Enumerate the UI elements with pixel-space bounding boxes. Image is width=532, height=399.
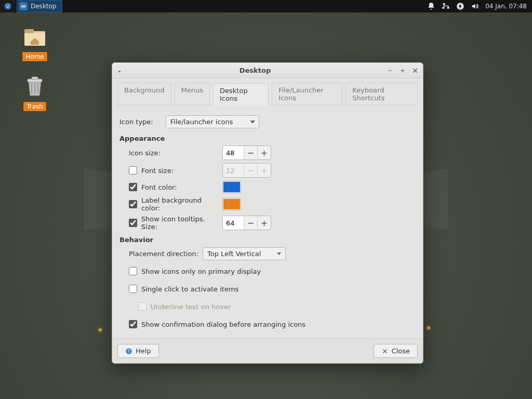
svg-rect-6 [443,7,445,8]
underline-checkbox [138,302,147,311]
dialog-footer: ? Help Close [112,338,423,363]
font-color-checkbox[interactable] [129,183,137,191]
tab-background[interactable]: Background [117,83,171,105]
trash-icon [22,74,47,99]
volume-icon[interactable] [471,2,479,10]
font-size-input [223,164,244,177]
tooltips-label: Show icon tooltips. Size: [141,215,222,231]
help-icon: ? [125,348,132,355]
power-icon[interactable] [456,2,464,10]
desktop-window-icon [19,2,28,10]
svg-text:?: ? [128,348,130,353]
taskbar-item-desktop[interactable]: Desktop [17,0,62,12]
placement-label: Placement direction: [129,250,198,258]
label-bg-label: Label background color: [141,196,222,212]
tab-menus[interactable]: Menus [175,83,210,105]
single-click-label: Single click to activate items [141,285,238,293]
tooltip-size-decrement[interactable]: − [244,216,257,230]
tabs: Background Menus Desktop Icons File/Laun… [112,78,423,105]
placement-select[interactable]: Top Left Vertical [203,247,286,260]
font-color-checkbox-row[interactable]: Font color: [129,183,222,191]
icon-type-select[interactable]: File/launcher icons [166,115,259,128]
label-bg-button[interactable] [222,198,241,210]
font-color-swatch [223,182,240,192]
primary-display-label: Show icons only on primary display [141,268,261,275]
wallpaper-dot [99,328,102,331]
behavior-heading: Behavior [119,236,416,244]
font-size-checkbox[interactable] [129,166,137,175]
confirm-arrange-label: Show confirmation dialog before arrangin… [141,321,305,328]
desktop-icon-trash[interactable]: Trash [17,74,53,111]
applications-menu-button[interactable] [0,0,16,12]
label-bg-checkbox[interactable] [129,200,137,208]
top-panel: Desktop 04 Jan, 07:48 [0,0,532,12]
tooltips-checkbox-row[interactable]: Show icon tooltips. Size: [129,215,222,231]
confirm-arrange-row[interactable]: Show confirmation dialog before arrangin… [129,316,416,332]
help-button[interactable]: ? Help [117,344,159,358]
close-button-label: Close [392,347,410,355]
icon-size-increment[interactable]: + [257,146,271,159]
svg-point-2 [8,5,9,6]
help-button-label: Help [136,347,151,355]
tab-content: Icon type: File/launcher icons Appearanc… [112,105,423,338]
font-size-label: Font size: [141,167,174,175]
svg-rect-7 [447,7,449,8]
close-window-button[interactable]: ✕ [411,67,419,74]
tooltip-size-increment[interactable]: + [257,216,271,230]
desktop-icon-label: Trash [23,102,46,111]
tab-keyboard-shortcuts[interactable]: Keyboard Shortcuts [345,83,418,105]
window-menu-icon[interactable] [116,67,124,74]
taskbar-item-label: Desktop [31,3,57,10]
icon-size-spinner: − + [222,145,271,160]
icon-size-label: Icon size: [129,149,222,157]
notifications-icon[interactable] [427,2,435,10]
titlebar[interactable]: Desktop － ＋ ✕ [112,63,423,78]
underline-row: Underline text on hover [129,299,416,314]
icon-size-decrement[interactable]: − [244,146,257,159]
close-button[interactable]: Close [374,344,418,358]
label-bg-checkbox-row[interactable]: Label background color: [129,196,222,212]
svg-rect-4 [21,5,26,6]
desktop-icon-label: Home [22,52,47,61]
font-color-label: Font color: [141,183,177,191]
primary-display-checkbox[interactable] [129,267,137,275]
close-icon [381,348,389,355]
icon-type-label: Icon type: [119,118,153,126]
minimize-button[interactable]: － [387,67,394,74]
desktop-settings-window: Desktop － ＋ ✕ Background Menus Desktop I… [112,62,423,364]
underline-label: Underline text on hover [151,303,231,311]
font-size-increment: + [257,164,271,177]
window-title: Desktop [124,66,387,74]
single-click-row[interactable]: Single click to activate items [129,281,416,297]
confirm-arrange-checkbox[interactable] [129,320,137,328]
appearance-heading: Appearance [119,135,416,142]
folder-home-icon [22,24,47,49]
svg-point-0 [4,3,11,9]
svg-rect-13 [32,77,38,79]
icon-size-input[interactable] [223,146,244,159]
svg-rect-5 [443,3,445,5]
font-color-button[interactable] [222,181,241,193]
desktop-icon-home[interactable]: Home [17,24,53,61]
wallpaper-dot [427,326,430,329]
tooltip-size-input[interactable] [223,216,244,230]
network-icon[interactable] [442,2,450,10]
clock[interactable]: 04 Jan, 07:48 [485,3,527,10]
font-size-spinner: − + [222,163,271,178]
tab-desktop-icons[interactable]: Desktop Icons [213,83,269,105]
primary-display-row[interactable]: Show icons only on primary display [129,263,416,279]
tooltip-size-spinner: − + [222,216,271,230]
svg-point-1 [6,5,7,6]
svg-rect-10 [24,29,34,33]
font-size-decrement: − [244,164,257,177]
font-size-checkbox-row[interactable]: Font size: [129,166,222,175]
single-click-checkbox[interactable] [129,285,137,293]
label-bg-swatch [223,199,240,209]
maximize-button[interactable]: ＋ [399,67,406,74]
tooltips-checkbox[interactable] [129,219,137,227]
tab-file-launcher-icons[interactable]: File/Launcher Icons [272,83,342,105]
